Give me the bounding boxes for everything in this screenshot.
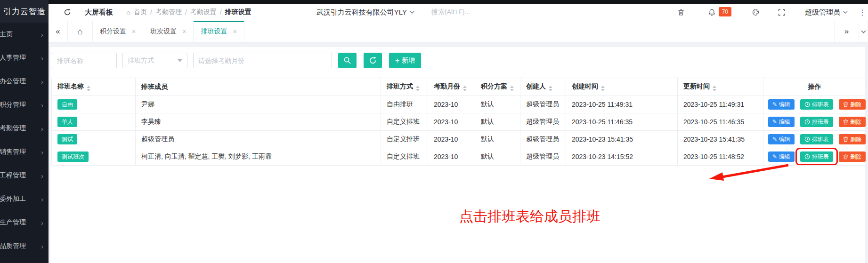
members-cell: 超级管理员 (136, 131, 381, 148)
delete-button[interactable]: 删除 (839, 134, 866, 144)
tabs-scroll-left-icon[interactable]: « (49, 21, 68, 42)
fullscreen-icon[interactable] (778, 9, 785, 16)
schedule-name-tag: 自由 (57, 99, 77, 110)
sidebar-item-sales[interactable]: 销售管理› (0, 140, 49, 164)
month-cell: 2023-10 (428, 96, 475, 113)
close-icon[interactable]: × (182, 28, 186, 35)
more-options-icon[interactable]: ⋮ (859, 8, 866, 17)
search-button[interactable] (338, 53, 357, 68)
col-header-created[interactable]: 创建时间 (566, 78, 678, 96)
sidebar-item-points[interactable]: 积分管理› (0, 93, 49, 117)
plan-cell: 默认 (475, 148, 520, 166)
schedule-table: 排班名称 排班成员 排班方式 考勤月份 积分方案 创建人 创建时间 更新时间 操… (51, 78, 866, 166)
schedule-type-select[interactable]: 排班方式 (122, 53, 187, 68)
creator-cell: 超级管理员 (520, 96, 566, 113)
global-search-input[interactable]: 搜索(Alt+F)... (431, 8, 470, 16)
refresh-page-icon[interactable] (64, 8, 71, 16)
dashboard-link[interactable]: 大屏看板 (85, 8, 113, 17)
trash-icon[interactable] (678, 9, 684, 16)
type-cell: 自定义排班 (381, 131, 428, 148)
trash-icon (843, 102, 848, 107)
delete-button[interactable]: 删除 (839, 117, 866, 127)
col-header-month[interactable]: 考勤月份 (428, 78, 475, 96)
annotation-text: 点击排班表给成员排班 (459, 207, 600, 226)
app-logo: 引力云智造 (0, 0, 49, 23)
breadcrumb-item-attendance[interactable]: 考勤管理 (155, 8, 182, 16)
refresh-button[interactable] (364, 53, 382, 68)
breadcrumb-separator: / (185, 8, 187, 16)
chevron-right-icon: › (41, 149, 43, 156)
sidebar-menu: 主页› 人事管理› 办公管理› 积分管理› 考勤管理› 销售管理› 工程管理› … (0, 23, 49, 258)
creator-cell: 超级管理员 (520, 148, 566, 166)
breadcrumb-item-current: 排班设置 (225, 8, 251, 16)
sidebar-item-engineering[interactable]: 工程管理› (0, 164, 49, 187)
col-header-members: 排班成员 (136, 78, 381, 96)
col-header-creator[interactable]: 创建人 (520, 78, 566, 96)
type-cell: 自定义排班 (381, 113, 428, 131)
sidebar-item-attendance[interactable]: 考勤管理› (0, 117, 49, 140)
user-menu[interactable]: 超级管理员 (805, 8, 848, 17)
sidebar-item-outsourcing[interactable]: 委外加工› (0, 187, 49, 211)
col-header-type[interactable]: 排班方式 (381, 78, 428, 96)
delete-button[interactable]: 删除 (839, 151, 866, 162)
delete-button[interactable]: 删除 (839, 99, 866, 110)
close-icon[interactable]: × (233, 28, 236, 35)
attendance-month-input[interactable] (193, 53, 332, 68)
tabs-menu-icon[interactable] (859, 21, 868, 42)
tab-shift-settings[interactable]: 班次设置 × (143, 21, 194, 42)
tab-schedule-settings[interactable]: 排班设置 × (194, 21, 244, 42)
theme-palette-icon[interactable] (752, 8, 760, 16)
sidebar-item-quality[interactable]: 品质管理› (0, 234, 49, 258)
breadcrumb-item-attendance-settings[interactable]: 考勤设置 (190, 8, 217, 16)
sort-icon (549, 86, 552, 91)
month-cell: 2023-10 (428, 131, 475, 148)
breadcrumb-item-home[interactable]: 首页 (134, 8, 147, 16)
col-header-plan[interactable]: 积分方案 (475, 78, 520, 96)
breadcrumb-separator: / (150, 8, 152, 16)
edit-button[interactable]: ✎编辑 (768, 151, 795, 162)
table-row: 单人 李昊臻 自定义排班 2023-10 默认 超级管理员 2023-10-25… (52, 113, 866, 131)
notification-bell-icon[interactable] (708, 8, 716, 16)
topbar-right: 70 超级管理员 ⋮ (678, 8, 868, 17)
filter-bar: 排班方式 + 新增 (50, 47, 865, 68)
sort-icon (463, 86, 467, 91)
schedule-icon (804, 119, 810, 125)
col-header-updated[interactable]: 更新时间 (678, 78, 763, 96)
company-selector[interactable]: 武汉引力云科技有限公司YLY (316, 8, 414, 17)
col-header-name[interactable]: 排班名称 (52, 78, 136, 96)
schedule-table-button-highlighted[interactable]: 排班表 (800, 151, 833, 162)
breadcrumb: ⌂ 首页 / 考勤管理 / 考勤设置 / 排班设置 (126, 8, 251, 16)
close-icon[interactable]: × (132, 28, 136, 35)
schedule-icon (804, 154, 810, 159)
chevron-right-icon: › (41, 31, 43, 38)
schedule-table-button[interactable]: 排班表 (800, 117, 833, 127)
tabbar-spacer (244, 21, 834, 42)
edit-button[interactable]: ✎编辑 (768, 99, 795, 110)
trash-icon (843, 119, 848, 125)
add-button[interactable]: + 新增 (389, 53, 421, 68)
created-cell: 2023-10-25 11:49:31 (566, 96, 678, 113)
chevron-right-icon: › (41, 243, 43, 250)
schedule-table-button[interactable]: 排班表 (800, 99, 833, 110)
type-cell: 自定义排班 (381, 148, 428, 166)
tabs-scroll-right-icon[interactable]: » (834, 21, 859, 42)
sidebar-item-office[interactable]: 办公管理› (0, 70, 49, 93)
schedule-name-tag: 单人 (57, 117, 77, 127)
sidebar-item-hr[interactable]: 人事管理› (0, 46, 49, 70)
sidebar-item-production[interactable]: 生产管理› (0, 211, 49, 234)
company-name: 武汉引力云科技有限公司YLY (316, 8, 407, 17)
topbar: 大屏看板 ⌂ 首页 / 考勤管理 / 考勤设置 / 排班设置 武汉引力云科技有限… (49, 4, 868, 21)
tab-points-settings[interactable]: 积分设置 × (93, 21, 143, 42)
breadcrumb-separator: / (220, 8, 222, 16)
caret-down-icon (410, 11, 414, 14)
schedule-name-tag: 测试 (57, 134, 77, 144)
edit-button[interactable]: ✎编辑 (768, 134, 795, 144)
edit-button[interactable]: ✎编辑 (768, 117, 795, 127)
schedule-name-input[interactable] (52, 53, 117, 68)
month-cell: 2023-10 (428, 113, 475, 131)
updated-cell: 2023-10-23 15:41:35 (678, 131, 763, 148)
schedule-table-button[interactable]: 排班表 (800, 134, 833, 144)
sidebar-item-home[interactable]: 主页› (0, 23, 49, 46)
tab-home[interactable]: ⌂ (68, 21, 93, 42)
content-area: 排班方式 + 新增 (49, 42, 868, 263)
